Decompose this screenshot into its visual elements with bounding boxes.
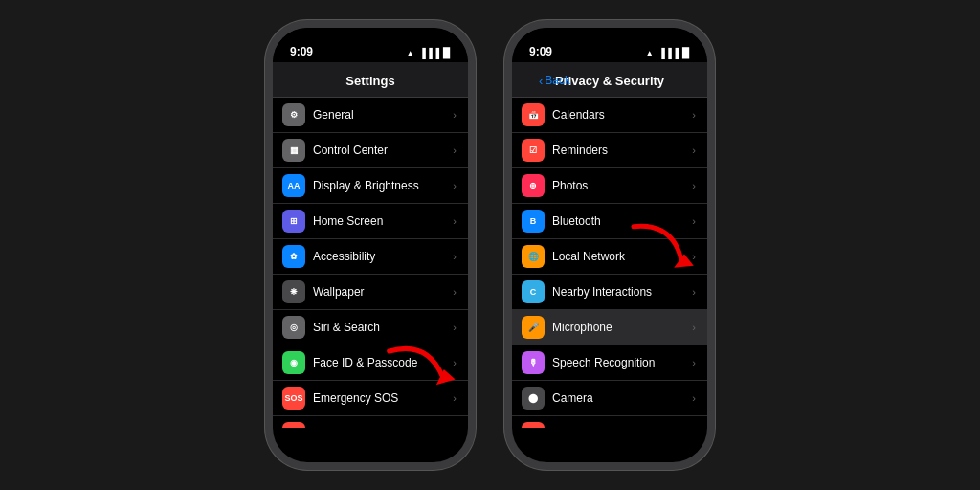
status-icons-1: ▲ ▐▐▐ ▉ (406, 48, 451, 58)
icon-nearby: C (522, 280, 545, 303)
list-item-faceid[interactable]: ◉Face ID & Passcode› (273, 345, 468, 381)
icon-home-screen: ⊞ (282, 210, 305, 233)
icon-control-center: ▦ (282, 139, 305, 162)
back-chevron-icon: ‹ (539, 74, 543, 88)
chevron-reminders: › (692, 145, 696, 156)
list-item-display[interactable]: AADisplay & Brightness› (273, 168, 468, 204)
icon-calendars: 📅 (522, 103, 545, 126)
label-home-screen: Home Screen (313, 214, 453, 228)
label-sos: Emergency SOS (313, 391, 453, 405)
icon-health: ♥ (522, 422, 545, 428)
label-photos: Photos (552, 179, 692, 192)
back-label[interactable]: Back (545, 74, 570, 87)
back-button[interactable]: ‹ Back (539, 74, 570, 88)
nav-header-2: ‹ Back Privacy & Security (512, 62, 707, 98)
label-accessibility: Accessibility (313, 250, 453, 263)
chevron-local-network: › (692, 251, 696, 262)
label-bluetooth: Bluetooth (552, 214, 692, 228)
icon-speech: 🎙 (522, 351, 545, 374)
icon-wallpaper: ❋ (282, 280, 305, 303)
list-item-sos[interactable]: SOSEmergency SOS› (273, 381, 468, 416)
chevron-wallpaper: › (453, 286, 457, 298)
signal-icon-2: ▐▐▐ (658, 48, 679, 58)
phone-2: 9:09 ▲ ▐▐▐ ▉ ‹ Back Privacy & Security (504, 20, 715, 470)
icon-camera: ⬤ (522, 387, 545, 410)
list-item-exposure[interactable]: ⊕Exposure Notifications› (273, 416, 468, 428)
label-calendars: Calendars (552, 108, 692, 122)
label-speech: Speech Recognition (552, 356, 692, 369)
label-exposure: Exposure Notifications (313, 427, 453, 428)
label-display: Display & Brightness (313, 179, 453, 192)
chevron-photos: › (692, 180, 696, 191)
list-item-nearby[interactable]: CNearby Interactions› (512, 275, 707, 310)
list-item-reminders[interactable]: ☑Reminders› (512, 133, 707, 168)
label-microphone: Microphone (552, 321, 692, 334)
battery-icon-1: ▉ (443, 48, 451, 58)
list-item-speech[interactable]: 🎙Speech Recognition› (512, 345, 707, 381)
chevron-microphone: › (692, 322, 696, 333)
icon-local-network: 🌐 (522, 245, 545, 268)
icon-microphone: 🎤 (522, 316, 545, 339)
phone-1: 9:09 ▲ ▐▐▐ ▉ Settings ⚙General›▦Control … (265, 20, 476, 470)
label-wallpaper: Wallpaper (313, 285, 453, 299)
list-item-calendars[interactable]: 📅Calendars› (512, 98, 707, 133)
icon-display: AA (282, 174, 305, 197)
label-local-network: Local Network (552, 250, 692, 263)
chevron-display: › (453, 180, 457, 191)
chevron-bluetooth: › (692, 215, 696, 227)
time-1: 9:09 (290, 45, 313, 58)
chevron-nearby: › (692, 286, 696, 298)
list-item-camera[interactable]: ⬤Camera› (512, 381, 707, 416)
icon-reminders: ☑ (522, 139, 545, 162)
list-item-wallpaper[interactable]: ❋Wallpaper› (273, 275, 468, 310)
list-item-control-center[interactable]: ▦Control Center› (273, 133, 468, 168)
label-control-center: Control Center (313, 144, 453, 157)
wifi-icon-2: ▲ (645, 48, 655, 58)
wifi-icon-1: ▲ (406, 48, 415, 58)
list-item-microphone[interactable]: 🎤Microphone› (512, 310, 707, 345)
notch-1 (332, 28, 409, 49)
chevron-faceid: › (453, 357, 457, 368)
label-health: Health (552, 427, 692, 428)
status-icons-2: ▲ ▐▐▐ ▉ (645, 48, 690, 58)
nav-header-1: Settings (273, 62, 468, 98)
signal-icon-1: ▐▐▐ (419, 48, 439, 58)
privacy-list: 📅Calendars›☑Reminders›⊕Photos›BBluetooth… (512, 98, 707, 428)
chevron-general: › (453, 109, 457, 121)
chevron-calendars: › (692, 109, 696, 121)
notch-2 (571, 28, 648, 49)
icon-general: ⚙ (282, 103, 305, 126)
privacy-title: Privacy & Security (555, 74, 664, 88)
chevron-camera: › (692, 392, 696, 404)
chevron-control-center: › (453, 145, 457, 156)
list-item-accessibility[interactable]: ✿Accessibility› (273, 239, 468, 275)
battery-icon-2: ▉ (682, 48, 690, 58)
list-item-photos[interactable]: ⊕Photos› (512, 168, 707, 204)
list-item-health[interactable]: ♥Health› (512, 416, 707, 428)
label-nearby: Nearby Interactions (552, 285, 692, 299)
icon-bluetooth: B (522, 210, 545, 233)
label-reminders: Reminders (552, 144, 692, 157)
label-faceid: Face ID & Passcode (313, 356, 453, 369)
list-item-general[interactable]: ⚙General› (273, 98, 468, 133)
icon-faceid: ◉ (282, 351, 305, 374)
label-siri: Siri & Search (313, 321, 453, 334)
chevron-accessibility: › (453, 251, 457, 262)
icon-exposure: ⊕ (282, 422, 305, 428)
list-item-local-network[interactable]: 🌐Local Network› (512, 239, 707, 275)
label-general: General (313, 108, 453, 122)
list-item-bluetooth[interactable]: BBluetooth› (512, 204, 707, 239)
chevron-siri: › (453, 322, 457, 333)
label-camera: Camera (552, 391, 692, 405)
time-2: 9:09 (529, 45, 552, 58)
list-item-siri[interactable]: ◎Siri & Search› (273, 310, 468, 345)
list-item-home-screen[interactable]: ⊞Home Screen› (273, 204, 468, 239)
icon-photos: ⊕ (522, 174, 545, 197)
icon-accessibility: ✿ (282, 245, 305, 268)
chevron-home-screen: › (453, 215, 457, 227)
settings-title: Settings (345, 74, 394, 88)
settings-list: ⚙General›▦Control Center›AADisplay & Bri… (273, 98, 468, 428)
icon-siri: ◎ (282, 316, 305, 339)
chevron-speech: › (692, 357, 696, 368)
icon-sos: SOS (282, 387, 305, 410)
